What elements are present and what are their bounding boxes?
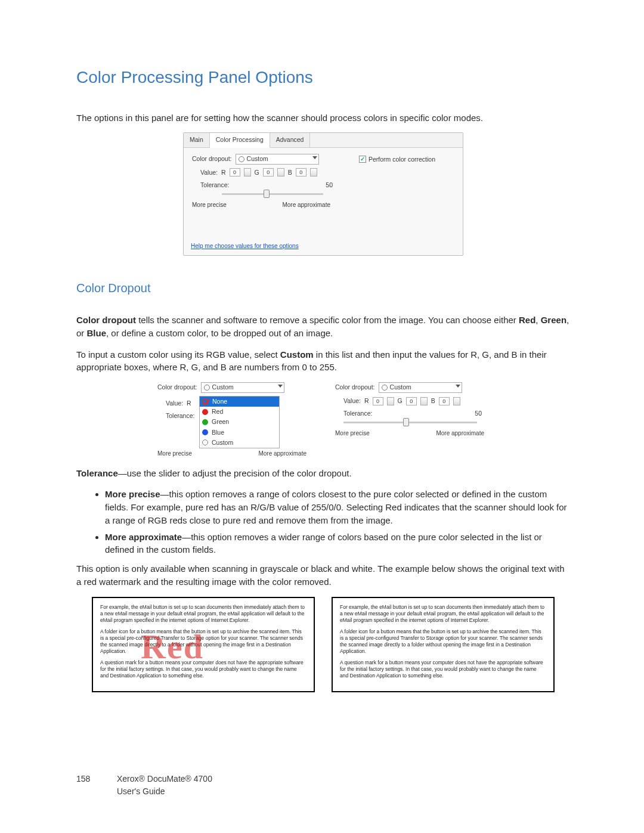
g-input2[interactable]: 0: [406, 397, 417, 405]
footer-line2: User's Guide: [117, 785, 212, 797]
tolerance-slider2[interactable]: [343, 422, 477, 423]
dropdown-samples: Color dropout: Custom Value: R Tolerance…: [76, 382, 570, 459]
chevron-down-icon: [312, 156, 317, 159]
color-processing-panel: Main Color Processing Advanced Color dro…: [183, 132, 463, 256]
label-r: R: [187, 399, 191, 408]
label-tolerance: Tolerance:: [343, 409, 372, 418]
example-before: Red For example, the eMail button is set…: [92, 597, 315, 692]
b-input[interactable]: 0: [296, 168, 306, 176]
label-dropout: Color dropout:: [192, 154, 232, 163]
page-number: 158: [76, 773, 105, 785]
droplet-icon: [204, 385, 210, 391]
doc-p1b: For example, the eMail button is set up …: [340, 604, 546, 624]
option-red[interactable]: Red: [200, 407, 279, 417]
dropout-option-list: None Red Green Blue Custom: [199, 396, 280, 448]
perform-color-correction-checkbox[interactable]: ✓ Perform color correction: [359, 155, 435, 164]
option-green[interactable]: Green: [200, 417, 279, 427]
help-link[interactable]: Help me choose values for these options: [184, 239, 463, 251]
footer-line1: Xerox® DocuMate® 4700: [117, 773, 212, 785]
red-dot-icon: [202, 409, 208, 415]
b-input2[interactable]: 0: [439, 397, 450, 405]
example-after: For example, the eMail button is set up …: [332, 597, 555, 692]
doc-p3: A question mark for a button means your …: [100, 659, 306, 679]
label-more-approx: More approximate: [258, 450, 306, 459]
bullet-approx: More approximate—this option removes a w…: [105, 531, 570, 557]
sample-collapsed: Color dropout: Custom Value: R 0 G 0 B 0: [335, 382, 489, 459]
option-blue[interactable]: Blue: [200, 428, 279, 438]
doc-p1: For example, the eMail button is set up …: [100, 604, 306, 624]
r-stepper[interactable]: [244, 168, 251, 176]
dropout-select-closed[interactable]: Custom: [379, 382, 462, 393]
page-footer: 158 Xerox® DocuMate® 4700 User's Guide: [76, 773, 212, 797]
tab-row: Main Color Processing Advanced: [184, 133, 463, 147]
g-stepper[interactable]: [277, 168, 284, 176]
option-custom[interactable]: Custom: [200, 438, 279, 448]
option-none[interactable]: None: [200, 397, 279, 407]
check-icon: ✓: [359, 156, 366, 163]
bullet-precise: More precise—this option removes a range…: [105, 488, 570, 527]
g-input[interactable]: 0: [263, 168, 274, 176]
tab-color-processing[interactable]: Color Processing: [210, 133, 270, 147]
label-b: B: [431, 397, 435, 405]
slider-thumb[interactable]: [264, 190, 270, 198]
dropout-closed-value: Custom: [390, 383, 411, 392]
dropout-para2: To input a custom color using its RGB va…: [76, 348, 570, 374]
dropout-open-value: Custom: [212, 383, 234, 392]
label-tolerance: Tolerance:: [166, 411, 199, 420]
page-title: Color Processing Panel Options: [76, 66, 570, 90]
b-stepper[interactable]: [310, 168, 317, 176]
perform-label: Perform color correction: [369, 155, 435, 164]
droplet-icon: [382, 385, 388, 391]
doc-p2: A folder icon for a button means that th…: [100, 628, 306, 655]
label-dropout: Color dropout:: [157, 383, 197, 392]
label-more-approx: More approximate: [282, 201, 330, 210]
dropout-para1: Color dropout tells the scanner and soft…: [76, 314, 570, 340]
label-more-precise: More precise: [335, 429, 370, 438]
label-dropout: Color dropout:: [335, 383, 375, 392]
droplet-icon: [239, 156, 244, 162]
label-value: Value:: [200, 168, 218, 177]
example-pair: Red For example, the eMail button is set…: [76, 597, 570, 692]
intro-text: The options in this panel are for settin…: [76, 112, 570, 125]
label-r: R: [221, 168, 226, 177]
label-tolerance: Tolerance:: [200, 181, 229, 190]
blue-dot-icon: [202, 429, 208, 435]
droplet-icon: [202, 439, 208, 445]
r-input[interactable]: 0: [230, 168, 240, 176]
label-r: R: [364, 397, 369, 405]
tab-advanced[interactable]: Advanced: [270, 133, 311, 147]
doc-p2b: A folder icon for a button means that th…: [340, 628, 546, 655]
tolerance-value: 50: [326, 181, 333, 190]
sample-expanded: Color dropout: Custom Value: R Tolerance…: [157, 382, 311, 459]
doc-p3b: A question mark for a button means your …: [340, 659, 546, 679]
tab-main[interactable]: Main: [184, 133, 210, 147]
tolerance-para: Tolerance—use the slider to adjust the p…: [76, 467, 570, 480]
green-dot-icon: [202, 419, 208, 425]
tolerance-value2: 50: [475, 409, 482, 418]
r-stepper2[interactable]: [387, 397, 394, 405]
bullet-list: More precise—this option removes a range…: [105, 488, 570, 556]
none-icon: [202, 398, 209, 405]
slider-thumb2[interactable]: [403, 418, 409, 426]
tolerance-slider[interactable]: [222, 193, 323, 195]
b-stepper2[interactable]: [453, 397, 460, 405]
label-g: G: [398, 397, 402, 405]
label-value: Value:: [166, 399, 183, 408]
dropout-select-value: Custom: [247, 154, 268, 163]
dropout-select-open[interactable]: Custom: [201, 382, 284, 393]
label-more-precise: More precise: [157, 450, 192, 459]
chevron-down-icon: [278, 385, 283, 388]
label-b: B: [288, 168, 292, 177]
label-g: G: [255, 168, 259, 177]
r-input2[interactable]: 0: [373, 397, 383, 405]
section-title-dropout: Color Dropout: [76, 280, 570, 297]
g-stepper2[interactable]: [420, 397, 428, 405]
chevron-down-icon: [456, 385, 460, 388]
dropout-select[interactable]: Custom: [236, 154, 319, 165]
example-intro: This option is only available when scann…: [76, 562, 570, 589]
label-more-approx: More approximate: [436, 429, 484, 438]
label-value: Value:: [343, 397, 361, 405]
label-more-precise: More precise: [192, 201, 227, 210]
